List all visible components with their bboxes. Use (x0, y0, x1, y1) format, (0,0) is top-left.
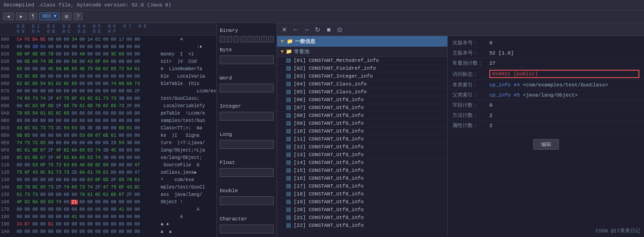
hex-byte[interactable]: 61 (86, 170, 94, 175)
tree-item[interactable]: [09] CONSTANT_Utf8_info (277, 120, 447, 128)
hex-byte[interactable]: 61 (31, 126, 39, 131)
hex-byte[interactable]: 00 (118, 222, 125, 227)
hex-byte[interactable]: 00 (94, 214, 102, 219)
hex-byte[interactable]: 54 (118, 140, 125, 146)
hex-byte[interactable]: 00 (110, 207, 117, 212)
hex-byte[interactable]: 00 (55, 44, 62, 49)
float-input[interactable] (220, 168, 274, 177)
hex-byte[interactable]: 6F (94, 177, 102, 182)
hex-byte[interactable]: BE (39, 37, 47, 42)
bit0-checkbox[interactable] (220, 36, 225, 43)
hex-byte[interactable]: 00 (47, 89, 54, 94)
hex-byte[interactable]: 00 (24, 67, 31, 72)
hex-byte[interactable]: 00 (55, 207, 62, 212)
character-input[interactable] (220, 225, 274, 233)
hex-byte[interactable]: 65 (39, 52, 47, 57)
hex-byte[interactable]: 00 (118, 214, 125, 219)
hex-byte[interactable]: B1 (47, 222, 54, 227)
hex-byte[interactable]: 65 (78, 155, 86, 160)
hex-byte[interactable]: 49 (78, 52, 86, 57)
hex-byte[interactable]: 74 (55, 200, 62, 205)
hex-byte[interactable]: 00 (86, 200, 94, 205)
hex-byte[interactable]: 6B (16, 133, 23, 138)
hex-byte[interactable]: 21 (71, 200, 78, 205)
hex-byte[interactable]: 46 (78, 163, 86, 168)
hex-byte[interactable]: 00 (133, 140, 141, 146)
back-button[interactable]: ◄ (3, 12, 14, 20)
hex-byte[interactable]: 47 (133, 163, 141, 168)
tree-item[interactable]: [11] CONSTANT_Utf8_info (277, 135, 447, 143)
hex-byte[interactable]: 4F (16, 200, 23, 205)
hex-byte[interactable]: 00 (47, 133, 54, 138)
hex-byte[interactable]: 00 (110, 37, 117, 42)
hex-byte[interactable]: 34 (71, 37, 78, 42)
hex-byte[interactable]: 28 (110, 140, 117, 146)
hex-byte[interactable]: 00 (47, 74, 54, 79)
hex-byte[interactable]: 69 (31, 59, 39, 64)
hex-byte[interactable]: 41 (118, 207, 125, 212)
hex-byte[interactable]: 62 (16, 81, 23, 86)
hex-byte[interactable]: 75 (63, 96, 70, 101)
hex-byte[interactable]: 6E (31, 155, 39, 160)
hex-byte[interactable]: 62 (16, 74, 23, 79)
hex-byte[interactable]: 3E (86, 126, 94, 131)
hex-byte[interactable]: 00 (16, 44, 23, 49)
hex-byte[interactable]: 4F (55, 155, 62, 160)
hex-byte[interactable]: 6E (24, 59, 31, 64)
hex-byte[interactable]: 00 (78, 177, 86, 182)
hex-byte[interactable]: 00 (126, 52, 133, 57)
hex-byte[interactable]: 00 (39, 118, 47, 123)
hex-byte[interactable]: 6F (24, 170, 31, 175)
hex-byte[interactable]: 00 (102, 81, 109, 86)
bit1-checkbox[interactable] (227, 36, 232, 43)
hex-byte[interactable]: 6F (39, 103, 47, 109)
hex-byte[interactable]: 00 (86, 44, 94, 49)
hex-byte[interactable]: 2F (133, 89, 141, 94)
hex-byte[interactable]: 00 (31, 229, 39, 234)
hex-byte[interactable]: 61 (94, 96, 102, 101)
hex-byte[interactable]: 00 (118, 59, 125, 64)
hex-byte[interactable]: 00 (118, 89, 125, 94)
hex-byte[interactable]: 00 (133, 59, 141, 64)
hex-byte[interactable]: 00 (24, 89, 31, 94)
hex-byte[interactable]: 00 (126, 222, 133, 227)
hex-byte[interactable]: 9A (39, 44, 47, 49)
hex-byte[interactable]: 2F (47, 155, 54, 160)
hex-byte[interactable]: 6C (16, 155, 23, 160)
nav-forward-button[interactable]: → (302, 25, 311, 34)
hex-byte[interactable]: 00 (47, 44, 54, 49)
hex-byte[interactable]: 00 (55, 74, 62, 79)
hex-byte[interactable]: 00 (31, 133, 39, 138)
hex-byte[interactable]: 73 (102, 96, 109, 101)
hex-byte[interactable]: 00 (86, 207, 94, 212)
hex-byte[interactable]: 00 (24, 214, 31, 219)
hex-byte[interactable]: 2F (47, 148, 54, 153)
hex-byte[interactable]: 00 (24, 118, 31, 123)
hex-byte[interactable]: 65 (16, 67, 23, 72)
hex-byte[interactable]: 74 (16, 96, 23, 101)
hex-byte[interactable]: 00 (126, 59, 133, 64)
hex-byte[interactable]: 53 (78, 133, 86, 138)
hex-byte[interactable]: 65 (63, 103, 70, 109)
hex-byte[interactable]: 64 (102, 59, 109, 64)
hex-byte[interactable]: 43 (126, 185, 133, 190)
hex-byte[interactable]: 00 (78, 118, 86, 123)
hex-byte[interactable]: 00 (47, 140, 54, 146)
hex-byte[interactable]: 69 (86, 133, 94, 138)
hex-byte[interactable]: 00 (86, 140, 94, 146)
hex-byte[interactable]: FE (24, 37, 31, 42)
hex-byte[interactable]: 65 (31, 74, 39, 79)
word-input[interactable] (220, 84, 274, 92)
hex-byte[interactable]: 2A (16, 222, 23, 227)
hex-byte[interactable]: 00 (31, 67, 39, 72)
tree-item[interactable]: [08] CONSTANT_Utf8_info (277, 112, 447, 120)
hex-byte[interactable]: 65 (71, 81, 78, 86)
hex-byte[interactable]: 68 (118, 81, 125, 86)
hex-byte[interactable]: 6E (31, 52, 39, 57)
hex-byte[interactable]: 00 (39, 229, 47, 234)
forward-button[interactable]: ► (16, 12, 27, 20)
hex-byte[interactable]: 3B (118, 96, 125, 101)
tree-item[interactable]: [07] CONSTANT_Utf8_info (277, 104, 447, 112)
hex-byte[interactable]: 73 (63, 170, 70, 175)
hex-byte[interactable]: 00 (47, 192, 54, 197)
